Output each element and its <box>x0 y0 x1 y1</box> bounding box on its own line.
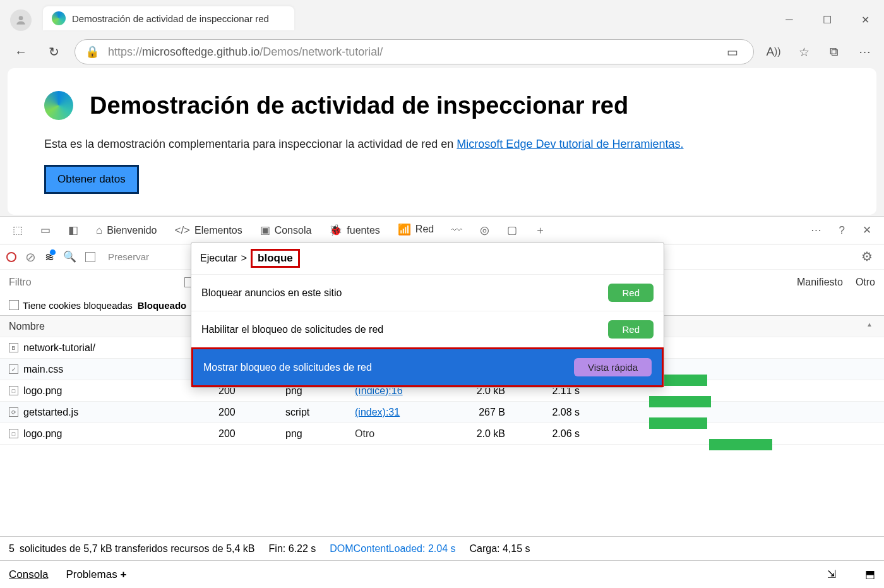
cookies-blocked-label: Tiene cookies bloqueadas <box>23 300 133 311</box>
url-host: microsoftedge.github.io <box>142 45 260 58</box>
minimize-button[interactable]: ─ <box>770 6 808 33</box>
preserve-log-label: Preservar <box>108 251 149 262</box>
command-item[interactable]: Habilitar el bloqueo de solicitudes de r… <box>191 311 664 347</box>
inspect-element-icon[interactable]: ⬚ <box>4 217 32 244</box>
filter-other[interactable]: Otro <box>856 277 875 288</box>
filter-toggle-icon[interactable]: ≋ <box>45 250 54 264</box>
svg-point-0 <box>19 16 23 20</box>
url-input[interactable]: 🔒 https://microsoftedge.github.io/Demos/… <box>75 39 754 64</box>
tab-application[interactable]: ▢ <box>498 217 526 244</box>
status-bar: 5 solicitudes de 5,7 kB transferidos rec… <box>0 536 884 560</box>
devtools-close-icon[interactable]: ✕ <box>854 217 880 244</box>
devtools-help-icon[interactable]: ? <box>830 217 854 244</box>
devtools-menu-icon[interactable]: ⋯ <box>802 217 830 244</box>
page-intro: Esta es la demostración complementaria p… <box>44 138 840 151</box>
command-input-row: Ejecutar > bloque <box>191 243 664 274</box>
table-row[interactable]: □logo.png200pngOtro2.0 kB2.06 s <box>0 423 884 445</box>
drawer-console[interactable]: Consola <box>9 568 48 581</box>
close-button[interactable]: ✕ <box>846 6 884 33</box>
command-pill: Red <box>608 320 654 339</box>
refresh-button[interactable]: ↻ <box>42 40 66 64</box>
profile-avatar[interactable] <box>10 9 32 31</box>
table-row[interactable]: ⟳getstarted.js200script(index):31267 B2.… <box>0 402 884 423</box>
run-label: Ejecutar <box>200 253 237 264</box>
drawer-expand-icon[interactable]: ⬒ <box>865 568 875 581</box>
file-name: logo.png <box>23 385 62 397</box>
cell-type: script <box>285 407 355 418</box>
cell-status: 200 <box>218 407 285 418</box>
col-name[interactable]: Nombre <box>0 321 218 332</box>
preserve-log-checkbox[interactable] <box>85 252 95 262</box>
site-info-icon[interactable]: 🔒 <box>85 45 99 59</box>
file-name: logo.png <box>23 428 62 440</box>
finish-time: Fin: 6.22 s <box>269 543 316 555</box>
drawer: Consola Problemas + ⇲ ⬒ <box>0 560 884 588</box>
url-path: /Demos/network-tutorial/ <box>260 45 383 58</box>
window-controls: ─ ☐ ✕ <box>770 6 884 33</box>
tab-more[interactable]: ＋ <box>526 217 554 244</box>
cell-size: 2.0 kB <box>446 428 520 440</box>
settings-gear-icon[interactable]: ⚙ <box>861 249 873 264</box>
maximize-button[interactable]: ☐ <box>808 6 846 33</box>
command-label: Habilitar el bloqueo de solicitudes de r… <box>201 324 383 335</box>
file-icon: ✓ <box>9 364 18 374</box>
record-button[interactable] <box>6 252 16 262</box>
request-count: 5 <box>9 543 15 555</box>
window-titlebar: Demostración de actividad de inspecciona… <box>0 0 884 35</box>
cell-type: png <box>285 428 355 440</box>
load-time: Carga: 4,15 s <box>469 543 530 555</box>
cookies-blocked-checkbox[interactable] <box>9 300 19 310</box>
get-data-button[interactable]: Obtener datos <box>44 165 139 194</box>
command-pill: Red <box>608 284 654 302</box>
edge-icon <box>52 11 66 25</box>
file-icon: □ <box>9 429 18 438</box>
read-aloud-icon[interactable]: A)) <box>763 41 784 63</box>
command-label: Mostrar bloqueo de solicitudes de red <box>203 362 372 373</box>
drawer-dock-icon[interactable]: ⇲ <box>827 568 836 581</box>
command-pill: Vista rápida <box>574 358 652 376</box>
tab-sources[interactable]: 🐞fuentes <box>320 217 388 244</box>
edge-icon <box>44 91 73 120</box>
menu-icon[interactable]: ⋯ <box>854 41 875 63</box>
drawer-problems[interactable]: Problemas + <box>66 568 126 581</box>
device-emulation-icon[interactable]: ▭ <box>32 217 59 244</box>
tab-network[interactable]: 📶Red <box>389 217 443 244</box>
file-name: getstarted.js <box>23 407 78 418</box>
cell-time: 2.08 s <box>520 407 592 418</box>
devtools-tabs: ⬚ ▭ ◧ ⌂Bienvenido </>Elementos ▣Consola … <box>0 217 884 244</box>
tab-console[interactable]: ▣Consola <box>251 217 321 244</box>
cell-status: 200 <box>218 428 285 440</box>
favorite-icon[interactable]: ☆ <box>793 41 815 63</box>
tab-elements[interactable]: </>Elementos <box>165 217 251 244</box>
clear-button[interactable]: ⊘ <box>25 249 36 265</box>
address-bar: ← ↻ 🔒 https://microsoftedge.github.io/De… <box>0 35 884 68</box>
app-available-icon[interactable]: ▭ <box>722 41 743 63</box>
dock-side-icon[interactable]: ◧ <box>59 217 87 244</box>
tab-welcome[interactable]: ⌂Bienvenido <box>87 217 165 244</box>
cell-time: 2.06 s <box>520 428 592 440</box>
search-icon[interactable]: 🔍 <box>63 250 76 263</box>
tab-performance[interactable]: 〰 <box>443 217 471 244</box>
browser-tab[interactable]: Demostración de actividad de inspecciona… <box>43 6 294 30</box>
collections-icon[interactable]: ⧉ <box>823 41 845 63</box>
command-label: Bloquear anuncios en este sitio <box>201 287 342 299</box>
tab-title: Demostración de actividad de inspecciona… <box>72 13 269 24</box>
page-heading: Demostración de actividad de inspecciona… <box>90 92 628 119</box>
tutorial-link[interactable]: Microsoft Edge Dev tutorial de Herramien… <box>457 138 683 150</box>
cell-initiator[interactable]: Otro <box>355 428 446 440</box>
url-protocol: https:// <box>108 45 142 58</box>
filter-manifest[interactable]: Manifiesto <box>797 277 843 288</box>
transfer-summary: solicitudes de 5,7 kB transferidos recur… <box>20 543 255 555</box>
cell-initiator[interactable]: (index):31 <box>355 407 446 418</box>
command-input[interactable]: bloque <box>251 249 300 268</box>
file-icon: ⟳ <box>9 407 18 417</box>
domcontentloaded-time: DOMContentLoaded: 2.04 s <box>330 543 455 555</box>
blocked-heading: Bloqueado <box>138 300 187 311</box>
page-content: Demostración de actividad de inspecciona… <box>8 68 876 215</box>
file-name: main.css <box>23 364 63 375</box>
command-item[interactable]: Mostrar bloqueo de solicitudes de redVis… <box>191 347 664 387</box>
filter-input[interactable] <box>9 277 45 288</box>
back-button[interactable]: ← <box>9 40 33 64</box>
command-item[interactable]: Bloquear anuncios en este sitioRed <box>191 274 664 311</box>
tab-memory[interactable]: ◎ <box>471 217 498 244</box>
